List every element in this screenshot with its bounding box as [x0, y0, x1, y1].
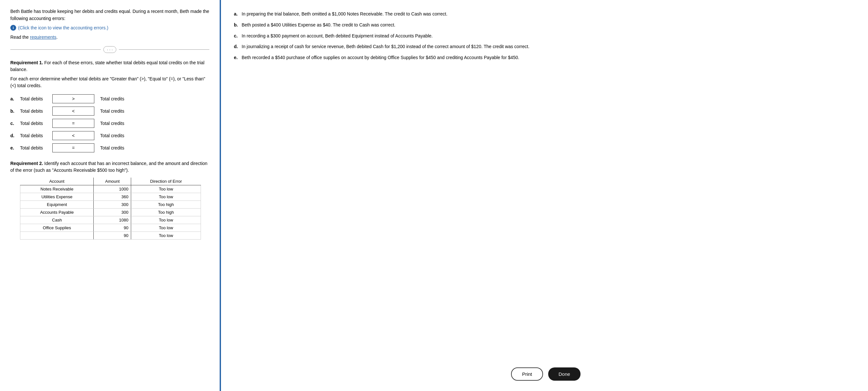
req1-row-a: a. Total debits Total credits [10, 94, 209, 103]
req1-row-c: c. Total debits Total credits [10, 119, 209, 128]
print-button[interactable]: Print [511, 367, 543, 381]
req1-title: Requirement 1. For each of these errors,… [10, 59, 209, 73]
req1-row-e: e. Total debits Total credits [10, 143, 209, 153]
button-row: Print Done [234, 361, 858, 381]
error-item-e: e. Beth recorded a $540 purchase of offi… [234, 54, 858, 62]
divider-dots[interactable]: · · · [103, 46, 116, 53]
amount-d: 1080 [94, 216, 131, 224]
req2-title: Requirement 2. Identify each account tha… [10, 160, 209, 174]
req1-letter-a: a. [10, 96, 17, 101]
amount-c2: 300 [94, 208, 131, 216]
direction-a: Too low [131, 185, 201, 193]
error-letter-c: c. [234, 32, 239, 40]
intro-text: Beth Battle has trouble keeping her debi… [10, 8, 209, 22]
error-item-d: d. In journalizing a receipt of cash for… [234, 43, 858, 51]
account-c2: Accounts Payable [20, 208, 94, 216]
req2-title-bold: Requirement 2. [10, 161, 43, 166]
account-c1: Equipment [20, 200, 94, 208]
read-req-prefix: Read the [10, 35, 30, 40]
table-row: Equipment 300 Too high [20, 200, 201, 208]
done-button[interactable]: Done [548, 367, 581, 381]
req1-input-a[interactable] [52, 94, 94, 103]
req1-rows: a. Total debits Total credits b. Total d… [10, 94, 209, 153]
click-note-text: (Click the icon to view the accounting e… [18, 25, 108, 30]
col-header-account: Account [20, 177, 94, 185]
error-letter-b: b. [234, 21, 239, 29]
read-req-text: Read the requirements. [10, 35, 209, 40]
error-item-a: a. In preparing the trial balance, Beth … [234, 10, 858, 18]
direction-e2: Too low [131, 231, 201, 239]
direction-b: Too low [131, 193, 201, 200]
main-panel: Beth Battle has trouble keeping her debi… [0, 0, 220, 391]
error-table: Account Amount Direction of Error Notes … [20, 177, 201, 239]
req1-label-left-a: Total debits [20, 96, 49, 101]
req1-sub: For each error determine whether total d… [10, 75, 209, 89]
account-b: Utilities Expense [20, 193, 94, 200]
req1-label-right-b: Total credits [100, 108, 124, 113]
amount-a: 1000 [94, 185, 131, 193]
error-text-b: Beth posted a $400 Utilities Expense as … [242, 21, 395, 29]
click-note-row: i (Click the icon to view the accounting… [10, 25, 209, 31]
account-e1: Office Supplies [20, 224, 94, 231]
read-req-suffix: . [56, 35, 58, 40]
amount-e1: 90 [94, 224, 131, 231]
error-letter-a: a. [234, 10, 239, 18]
divider: · · · [10, 46, 209, 53]
table-row: Accounts Payable 300 Too high [20, 208, 201, 216]
req1-label-left-b: Total debits [20, 108, 49, 113]
divider-line-right [119, 50, 209, 50]
amount-c1: 300 [94, 200, 131, 208]
req1-input-d[interactable] [52, 131, 94, 140]
req1-label-left-d: Total debits [20, 133, 49, 138]
req1-label-left-e: Total debits [20, 145, 49, 151]
error-text-e: Beth recorded a $540 purchase of office … [242, 54, 520, 62]
error-text-c: In recording a $300 payment on account, … [242, 32, 433, 40]
direction-e1: Too low [131, 224, 201, 231]
req1-label-right-d: Total credits [100, 133, 124, 138]
req1-input-c[interactable] [52, 119, 94, 128]
req1-letter-e: e. [10, 145, 17, 151]
account-e2 [20, 231, 94, 239]
req1-letter-c: c. [10, 121, 17, 126]
error-item-b: b. Beth posted a $400 Utilities Expense … [234, 21, 858, 29]
table-row: 90 Too low [20, 231, 201, 239]
req1-letter-d: d. [10, 133, 17, 138]
divider-line-left [10, 50, 101, 50]
req1-label-left-c: Total debits [20, 121, 49, 126]
col-header-direction: Direction of Error [131, 177, 201, 185]
error-letter-e: e. [234, 54, 239, 62]
req1-title-bold: Requirement 1. [10, 60, 43, 65]
req1-row-d: d. Total debits Total credits [10, 131, 209, 140]
req2-table-section: Account Amount Direction of Error Notes … [10, 177, 209, 239]
req1-label-right-a: Total credits [100, 96, 124, 101]
amount-e2: 90 [94, 231, 131, 239]
requirements-link[interactable]: requirements [30, 35, 57, 40]
table-row: Cash 1080 Too low [20, 216, 201, 224]
direction-c1: Too high [131, 200, 201, 208]
error-letter-d: d. [234, 43, 239, 51]
error-text-d: In journalizing a receipt of cash for se… [242, 43, 529, 51]
req1-input-b[interactable] [52, 106, 94, 116]
req1-input-e[interactable] [52, 143, 94, 153]
info-icon[interactable]: i [10, 25, 16, 31]
error-text-a: In preparing the trial balance, Beth omi… [242, 10, 447, 18]
account-a: Notes Receivable [20, 185, 94, 193]
table-row: Notes Receivable 1000 Too low [20, 185, 201, 193]
account-d: Cash [20, 216, 94, 224]
table-row: Office Supplies 90 Too low [20, 224, 201, 231]
col-header-amount: Amount [94, 177, 131, 185]
error-item-c: c. In recording a $300 payment on accoun… [234, 32, 858, 40]
req1-letter-b: b. [10, 108, 17, 113]
errors-list: a. In preparing the trial balance, Beth … [234, 10, 858, 65]
direction-d: Too low [131, 216, 201, 224]
req1-label-right-e: Total credits [100, 145, 124, 151]
right-panel: a. In preparing the trial balance, Beth … [220, 0, 868, 391]
req1-label-right-c: Total credits [100, 121, 124, 126]
table-row: Utilities Expense 360 Too low [20, 193, 201, 200]
amount-b: 360 [94, 193, 131, 200]
req1-row-b: b. Total debits Total credits [10, 106, 209, 116]
direction-c2: Too high [131, 208, 201, 216]
